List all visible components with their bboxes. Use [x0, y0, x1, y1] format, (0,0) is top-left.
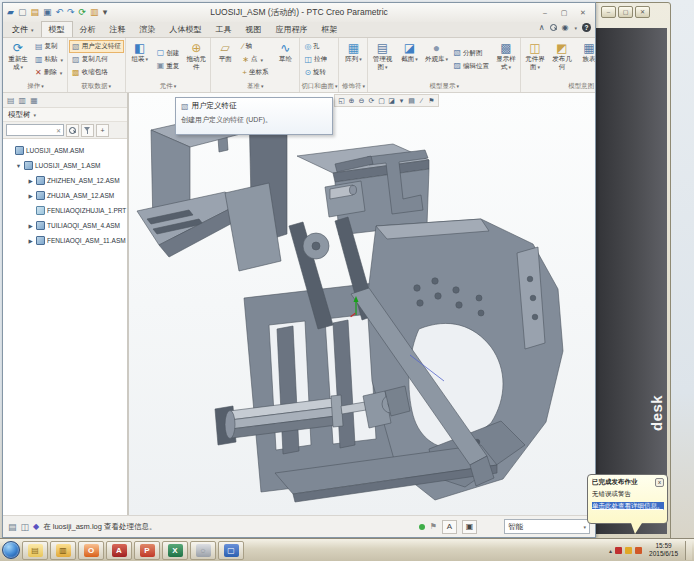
save-icon[interactable]: ▣	[43, 8, 52, 17]
drag-components-button[interactable]: ⊕ 拖动元件	[183, 39, 209, 80]
component-interface-button[interactable]: ◫ 元件界面▾	[522, 39, 548, 80]
tree-settings-icon[interactable]: ▦	[30, 96, 38, 105]
copy-button[interactable]: ▤复制	[32, 40, 66, 53]
tree-item-zhizhen[interactable]: ▶ ZHIZHEN_ASM_12.ASM	[3, 173, 127, 188]
assemble-button[interactable]: ◧ 组装▾	[127, 39, 153, 80]
taskbar-app-explorer[interactable]: ▤	[22, 541, 48, 560]
clear-search-icon[interactable]: ✕	[56, 127, 61, 134]
tree-item-root[interactable]: LUOSIJI_ASM.ASM	[3, 143, 127, 158]
group-label-model-display[interactable]: 模型显示▾	[369, 80, 519, 92]
publish-geometry-button[interactable]: ◩ 发布几何	[549, 39, 575, 80]
model-tree-toggle-icon[interactable]: ▤	[8, 522, 17, 532]
family-table-button[interactable]: ▦ 族表	[576, 39, 595, 80]
clipboard-button[interactable]: ▣	[462, 520, 477, 534]
tree-item-zhujia[interactable]: ▶ ZHUJIA_ASM_12.ASM	[3, 188, 127, 203]
browser-toggle-icon[interactable]: ◫	[21, 522, 30, 532]
creo-logo[interactable]: ▰	[7, 8, 14, 17]
shrinkwrap-button[interactable]: ▩收缩包络	[69, 66, 124, 79]
cad-model-render[interactable]	[129, 93, 592, 513]
find-button[interactable]: A	[442, 520, 457, 534]
selection-filter-dropdown[interactable]: 智能 ▾	[504, 519, 590, 534]
delete-button[interactable]: ✕删除▾	[32, 66, 66, 79]
group-label-modifiers[interactable]: 修饰符▾	[340, 80, 366, 92]
appearance-gallery-button[interactable]: ● 外观库▾	[423, 39, 449, 80]
tree-display-icon[interactable]: ▤	[7, 96, 15, 105]
maximize-button[interactable]: ▢	[556, 7, 572, 19]
taskbar-clock[interactable]: 15:59 2015/6/15	[645, 542, 682, 558]
section-button[interactable]: ◪ 截面▾	[396, 39, 422, 80]
regenerate-quick-icon[interactable]: ⟳	[79, 8, 87, 17]
search-icon[interactable]	[550, 24, 557, 31]
model-tree-tab[interactable]: 模型树 ▾	[3, 108, 127, 122]
redo-icon[interactable]: ↷	[67, 8, 75, 17]
graphics-area[interactable]: ◱ ⊕ ⊖ ⟳ ▢ ◪ ▾ ▤ ∕ ⚑	[129, 93, 595, 515]
tree-item-tuiliaoqi[interactable]: ▶ TUILIAOQI_ASM_4.ASM	[3, 218, 127, 233]
group-label-operations[interactable]: 操作▾	[5, 80, 66, 92]
display-style-button[interactable]: ▩ 显示样式▾	[493, 39, 519, 80]
tab-view[interactable]: 视图	[239, 22, 269, 37]
taskbar-app-gray[interactable]: ◌	[190, 541, 216, 560]
taskbar-app-folder[interactable]: ▥	[50, 541, 76, 560]
group-label-component[interactable]: 元件▾	[127, 80, 210, 92]
group-label-datum[interactable]: 基准▾	[212, 80, 298, 92]
sketch-button[interactable]: ∿ 草绘	[272, 39, 298, 80]
close-button[interactable]: ✕	[575, 7, 591, 19]
new-file-icon[interactable]: ▢	[18, 8, 27, 17]
minimize-button[interactable]: –	[537, 7, 553, 19]
tab-render[interactable]: 渲染	[133, 22, 163, 37]
taskbar-app-outlook[interactable]: O	[78, 541, 104, 560]
backwin-maximize-button[interactable]: ▢	[618, 6, 633, 18]
tree-item-fenliaoqi[interactable]: ▶ FENLIAOQI_ASM_11.ASM	[3, 233, 127, 248]
regenerate-button[interactable]: ⟳ 重新生成▾	[5, 39, 31, 80]
create-component-button[interactable]: ▢创建	[154, 47, 183, 60]
group-label-cut-surface[interactable]: 切口和曲面▾	[301, 80, 337, 92]
start-button[interactable]	[2, 541, 20, 559]
taskbar-app-autocad[interactable]: A	[106, 541, 132, 560]
group-label-get-data[interactable]: 获取数据▾	[69, 80, 124, 92]
datum-csys-button[interactable]: +坐标系	[239, 66, 271, 79]
saved-orientations-icon[interactable]: ▾	[397, 97, 406, 105]
taskbar-app-window[interactable]: ▢	[218, 541, 244, 560]
tree-search-button[interactable]	[66, 124, 79, 137]
taskbar-app-red[interactable]: P	[134, 541, 160, 560]
flag-icon[interactable]: ⚑	[430, 522, 437, 531]
pattern-button[interactable]: ▦ 阵列▾	[340, 39, 366, 80]
undo-icon[interactable]: ↶	[55, 8, 63, 17]
chevron-down-icon[interactable]: ▾	[574, 25, 577, 31]
tree-item-asm1[interactable]: ▼ LUOSIJI_ASM_1.ASM	[3, 158, 127, 173]
zoom-out-icon[interactable]: ⊖	[357, 97, 366, 105]
edit-position-button[interactable]: ▨编辑位置	[450, 60, 492, 73]
repeat-button[interactable]: ▣重复	[154, 60, 183, 73]
tab-applications[interactable]: 应用程序	[269, 22, 315, 37]
backwin-close-button[interactable]: ✕	[635, 6, 650, 18]
show-desktop-button[interactable]	[685, 541, 692, 560]
repaint-icon[interactable]: ⟳	[367, 97, 376, 105]
display-style-icon[interactable]: ▢	[377, 97, 386, 105]
tab-framework[interactable]: 框架	[315, 22, 345, 37]
manage-views-button[interactable]: ▤ 管理视图▾	[369, 39, 395, 80]
tray-expand-icon[interactable]: ▴	[609, 547, 612, 554]
udf-button[interactable]: ▧用户定义特征	[69, 40, 124, 53]
tray-icon-yellow[interactable]	[625, 547, 632, 554]
tree-filter-button[interactable]	[81, 124, 94, 137]
minimize-ribbon-icon[interactable]: ∧	[539, 23, 545, 32]
tab-annotate[interactable]: 注释	[103, 22, 133, 37]
balloon-link[interactable]: 单击此处查看详细信息。	[592, 502, 664, 511]
hole-button[interactable]: ◎孔	[301, 40, 330, 53]
backwin-minimize-button[interactable]: –	[601, 6, 616, 18]
tree-item-fenliaoqizhujia[interactable]: FENLIAOQIZHUJIA_1.PRT	[3, 203, 127, 218]
tray-icon-orange[interactable]	[635, 547, 642, 554]
tray-icon-red[interactable]	[615, 547, 622, 554]
taskbar-app-excel[interactable]: X	[162, 541, 188, 560]
datum-axis-button[interactable]: ∕轴	[239, 40, 271, 53]
background-window[interactable]: – ▢ ✕ desk	[591, 2, 671, 540]
datum-display-icon[interactable]: ∕	[417, 97, 426, 104]
account-icon[interactable]: ◉	[562, 23, 569, 32]
balloon-close-button[interactable]: x	[655, 478, 664, 487]
tree-search-input[interactable]: ✕	[6, 124, 64, 136]
tab-manikin[interactable]: 人体模型	[163, 22, 209, 37]
group-label-model-intent[interactable]: 模型意图▾	[522, 80, 595, 92]
help-icon[interactable]: ?	[582, 23, 591, 32]
customize-qat-icon[interactable]: ▾	[103, 8, 108, 17]
section-view-icon[interactable]: ◪	[387, 97, 396, 105]
